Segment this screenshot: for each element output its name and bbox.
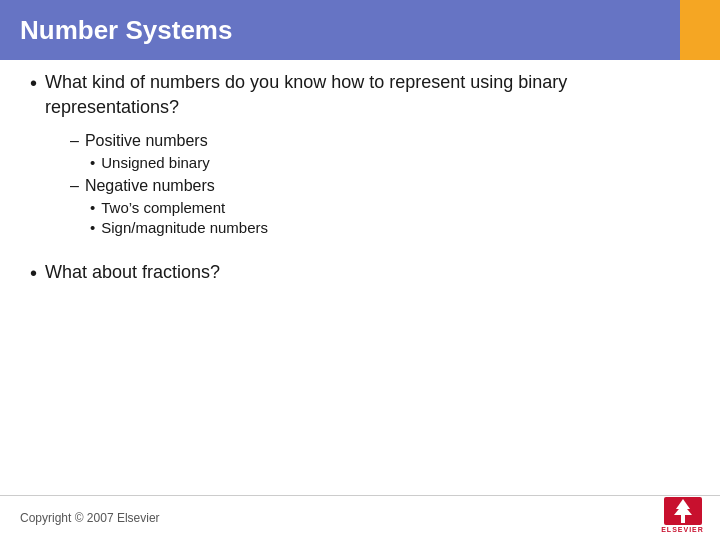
sub-sub-list-positive: • Unsigned binary	[90, 154, 700, 171]
elsevier-logo: ELSEVIER	[655, 495, 710, 535]
sub-item-positive: – Positive numbers	[70, 132, 700, 150]
main-bullet-2: • What about fractions?	[30, 260, 700, 286]
sub-sub-label-sign: Sign/magnitude numbers	[101, 219, 268, 236]
dot-twos: •	[90, 199, 95, 216]
sub-item-negative-label: Negative numbers	[85, 177, 215, 195]
sub-sub-list-negative: • Two’s complement • Sign/magnitude numb…	[90, 199, 700, 236]
sub-sub-label-twos: Two’s complement	[101, 199, 225, 216]
sub-sub-item-unsigned: • Unsigned binary	[90, 154, 700, 171]
dash-negative: –	[70, 177, 79, 195]
elsevier-label: ELSEVIER	[661, 526, 704, 533]
bullet-dot-2: •	[30, 260, 37, 286]
copyright-text: Copyright © 2007 Elsevier	[20, 511, 160, 525]
sub-list-1: – Positive numbers • Unsigned binary – N…	[70, 132, 700, 236]
bullet-dot-1: •	[30, 70, 37, 96]
dot-sign: •	[90, 219, 95, 236]
svg-rect-1	[681, 515, 685, 523]
slide-title: Number Systems	[20, 15, 232, 46]
sub-item-negative: – Negative numbers	[70, 177, 700, 195]
main-bullet-1: • What kind of numbers do you know how t…	[30, 70, 700, 120]
bullet-text-1: What kind of numbers do you know how to …	[45, 70, 700, 120]
bullet-text-2: What about fractions?	[45, 260, 220, 285]
slide-header: Number Systems	[0, 0, 680, 60]
dash-positive: –	[70, 132, 79, 150]
sub-sub-item-twos: • Two’s complement	[90, 199, 700, 216]
slide-content: • What kind of numbers do you know how t…	[30, 70, 700, 490]
slide: Number Systems • What kind of numbers do…	[0, 0, 720, 540]
sub-sub-item-sign: • Sign/magnitude numbers	[90, 219, 700, 236]
slide-footer: Copyright © 2007 Elsevier 37	[0, 495, 720, 540]
sub-item-positive-label: Positive numbers	[85, 132, 208, 150]
elsevier-tree-icon	[664, 497, 702, 525]
orange-accent	[680, 0, 720, 60]
dot-unsigned: •	[90, 154, 95, 171]
sub-sub-label-unsigned: Unsigned binary	[101, 154, 209, 171]
